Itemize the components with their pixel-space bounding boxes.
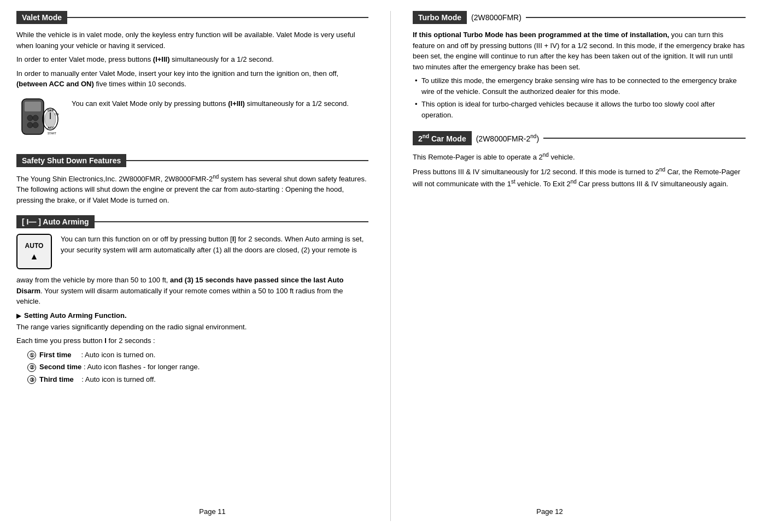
valet-caption: You can exit Valet Mode only by pressing… — [72, 96, 349, 109]
svg-point-3 — [33, 115, 38, 121]
svg-text:START: START — [48, 132, 56, 135]
auto-arrow-icon: ▲ — [30, 252, 39, 262]
item-2-label: Second time : Auto icon flashes - for lo… — [39, 362, 200, 373]
turbo-title: Turbo Mode — [413, 11, 467, 24]
valet-mode-header: Valet Mode — [16, 11, 368, 24]
auto-arming-item-1: ① First time : Auto icon is turned on. — [27, 350, 368, 360]
auto-arming-row: AUTO ▲ You can turn this function on or … — [16, 234, 368, 269]
turbo-bullet-1: To utilize this mode, the emergency brak… — [413, 75, 746, 97]
page-num-right: Page 12 — [536, 507, 562, 516]
item-3-label: Third time : Auto icon is turned off. — [39, 374, 156, 385]
car-mode-title: 2nd Car Mode — [413, 131, 472, 145]
auto-arming-section: [ I— ] Auto Arming AUTO ▲ You can turn t… — [16, 215, 368, 385]
setting-title: Setting Auto Arming Function. — [16, 311, 368, 320]
svg-text:ACC: ACC — [48, 126, 55, 129]
turbo-model: (2W8000FMR) — [467, 13, 526, 22]
item-1-label: First time : Auto icon is turned on. — [39, 350, 155, 360]
valet-p3-start: In order to manually enter Valet Mode, i… — [16, 69, 338, 78]
setting-p2: Each time you press button I for 2 secon… — [16, 335, 368, 346]
safety-header: Safety Shut Down Features — [16, 154, 368, 167]
turbo-bullet-2: This option is ideal for turbo-charged v… — [413, 99, 746, 120]
valet-caption-start: You can exit Valet Mode only by pressing… — [72, 99, 228, 108]
svg-point-2 — [27, 115, 33, 121]
valet-p1: While the vehicle is in valet mode, only… — [16, 29, 368, 51]
car-mode-section: 2nd Car Mode (2W8000FMR-2nd) This Remote… — [413, 131, 746, 190]
car-p1-sup: nd — [543, 152, 549, 158]
svg-point-5 — [33, 122, 38, 128]
car-p2-mid2: vehicle. To Exit 2 — [515, 180, 571, 188]
valet-p2-buttons: (I+III) — [153, 55, 170, 63]
car-p2-start: Press buttons III & IV simultaneously fo… — [413, 168, 659, 176]
auto-arming-title: [ I— ] Auto Arming — [16, 215, 95, 228]
valet-p2-start: In order to enter Valet mode, press butt… — [16, 55, 153, 63]
turbo-p1: If this optional Turbo Mode has been pro… — [413, 29, 746, 72]
car-mode-header: 2nd Car Mode (2W8000FMR-2nd) — [413, 131, 746, 145]
valet-p2-end: simultaneously for a 1/2 second. — [170, 55, 274, 63]
safety-title: Safety Shut Down Features — [16, 154, 126, 167]
svg-text:OFF: OFF — [48, 109, 54, 112]
svg-point-4 — [27, 122, 33, 128]
auto-p1: away from the vehicle by more than 50 to… — [16, 275, 368, 307]
car-p2-sup: nd — [659, 167, 665, 173]
car-p2-sup3: nd — [571, 179, 577, 185]
car-p2-end: Car press buttons III & IV simultaneousl… — [577, 180, 728, 188]
remote-svg: OFF ACC ON START — [16, 96, 63, 143]
valet-mode-section: Valet Mode While the vehicle is in valet… — [16, 11, 368, 144]
page-numbers: Page 11 Page 12 — [0, 502, 762, 521]
valet-p3-end: five times within 10 seconds. — [94, 80, 186, 88]
car-p2: Press buttons III & IV simultaneously fo… — [413, 165, 746, 190]
car-p2-sup2: st — [511, 179, 515, 185]
turbo-p1-bold: If this optional Turbo Mode has been pro… — [413, 31, 669, 39]
safety-p1-sup: nd — [213, 174, 219, 180]
valet-p2: In order to enter Valet mode, press butt… — [16, 54, 368, 65]
setting-p1: The range varies significantly depending… — [16, 322, 368, 333]
safety-section: Safety Shut Down Features The Young Shin… — [16, 154, 368, 206]
valet-caption-buttons: (I+III) — [228, 99, 245, 108]
circle-num-2: ② — [27, 363, 36, 372]
car-mode-model: (2W8000FMR-2nd) — [472, 133, 543, 143]
remote-icon: OFF ACC ON START — [16, 96, 63, 144]
circle-num-1: ① — [27, 351, 36, 359]
auto-caption-start: You can turn this function on or off by … — [61, 235, 232, 243]
car-p1-end: vehicle. — [549, 153, 575, 161]
car-p1-start: This Remote-Pager is able to operate a 2 — [413, 153, 543, 161]
left-column: Valet Mode While the vehicle is in valet… — [16, 11, 368, 521]
auto-arming-items: ① First time : Auto icon is turned on. ②… — [16, 350, 368, 385]
auto-button-text: AUTO — [25, 242, 44, 250]
valet-caption-end: simultaneously for a 1/2 second. — [245, 99, 349, 108]
valet-mode-title: Valet Mode — [16, 11, 67, 24]
circle-num-3: ③ — [27, 375, 36, 384]
svg-rect-1 — [25, 102, 41, 111]
valet-p3-bold: (between ACC and ON) — [16, 80, 94, 88]
auto-p1-end: . Your system will disarm automatically … — [16, 287, 343, 306]
page-num-left: Page 11 — [199, 507, 225, 516]
auto-caption: You can turn this function on or off by … — [61, 234, 368, 255]
auto-arming-item-2: ② Second time : Auto icon flashes - for … — [27, 362, 368, 373]
car-p1: This Remote-Pager is able to operate a 2… — [413, 151, 746, 163]
auto-p1-start: away from the vehicle by more than 50 to… — [16, 276, 170, 284]
turbo-mode-section: Turbo Mode (2W8000FMR) If this optional … — [413, 11, 746, 120]
valet-p3: In order to manually enter Valet Mode, i… — [16, 68, 368, 90]
auto-arming-item-3: ③ Third time : Auto icon is turned off. — [27, 374, 368, 385]
safety-p1-start: The Young Shin Electronics,Inc. 2W8000FM… — [16, 175, 213, 183]
auto-arming-header: [ I— ] Auto Arming — [16, 215, 368, 228]
safety-p1: The Young Shin Electronics,Inc. 2W8000FM… — [16, 173, 368, 206]
valet-image-row: OFF ACC ON START You can exit Valet Mode… — [16, 96, 368, 144]
svg-text:ON: ON — [55, 113, 59, 116]
auto-button-icon: AUTO ▲ — [16, 234, 52, 269]
right-column: Turbo Mode (2W8000FMR) If this optional … — [390, 11, 746, 521]
turbo-header: Turbo Mode (2W8000FMR) — [413, 11, 746, 24]
